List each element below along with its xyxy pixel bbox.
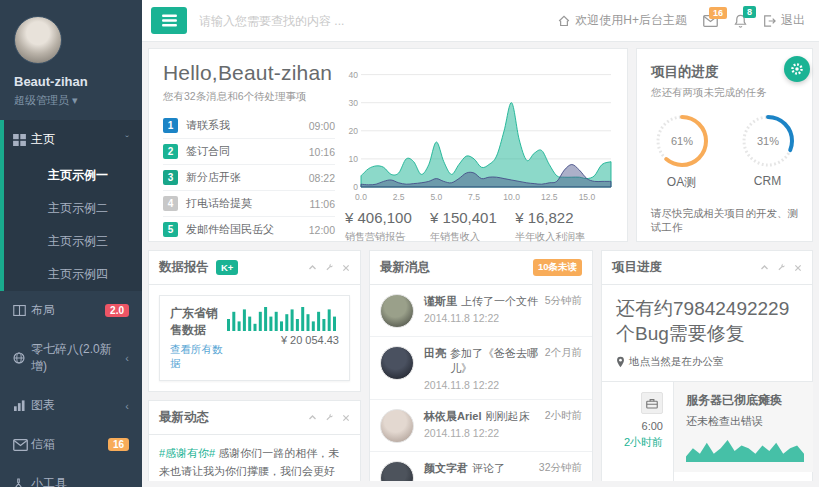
globe-icon: [13, 352, 31, 364]
timeline-item: 7:003小时前修复了0.5个bug重启服务: [602, 472, 812, 481]
sidebar-subitem-2[interactable]: 主页示例三: [4, 225, 142, 258]
task-item[interactable]: 4打电话给提莫11:06: [163, 191, 335, 217]
stat-block: ¥ 16,822半年收入利润率: [515, 209, 613, 244]
sidebar-item-1[interactable]: 布局2.0: [0, 291, 142, 330]
message-date: 2014.11.8 12:22: [424, 312, 582, 324]
feed-item: #感谢有你# 感谢你们一路的相伴，未来也请让我为你们撑腰，我们会更好 1分钟前: [159, 445, 350, 481]
task-time: 09:00: [309, 120, 335, 132]
message-item[interactable]: 颜文字君评论了32分钟前2014.11.8 12:22【九部令人拍案叫绝的惊悚悬…: [370, 452, 592, 481]
sign-out-icon: [763, 15, 776, 27]
donut-charts: 61%OA测31%CRM: [651, 112, 798, 191]
envelope-icon: [13, 439, 31, 451]
message-sender: 林依晨Ariel: [424, 409, 481, 424]
logout-button[interactable]: 退出: [763, 12, 805, 29]
location-line: 地点当然是在办公室: [616, 355, 798, 369]
task-label: 发邮件给国民岳父: [186, 222, 309, 237]
card-title: 最新动态: [159, 409, 209, 426]
avatar[interactable]: [14, 16, 62, 64]
card-title: 最新消息: [380, 259, 430, 276]
bar-chart-icon: [13, 400, 31, 411]
donut-label: CRM: [739, 174, 797, 188]
svg-text:20: 20: [349, 126, 359, 136]
message-date: 2014.11.8 12:22: [424, 427, 582, 439]
task-item[interactable]: 2签订合同10:16: [163, 139, 335, 165]
timeline-title: 服务器已彻底瘫痪: [686, 392, 804, 409]
message-sender: 田亮: [424, 346, 446, 376]
task-time: 10:16: [309, 146, 335, 158]
card-tools: [308, 413, 350, 422]
stat-label: 年销售收入: [430, 230, 515, 244]
wrench-icon[interactable]: [325, 413, 334, 422]
timeline-time: 6:00: [602, 420, 663, 432]
hashtag-link[interactable]: #感谢有你#: [159, 447, 215, 459]
task-item[interactable]: 3新分店开张08:22: [163, 165, 335, 191]
project-timeline-card: 项目进度 还有约79842492229个Bug需要修复 地点当然是在办公室 6:…: [601, 250, 813, 481]
message-body: 颜文字君评论了32分钟前2014.11.8 12:22【九部令人拍案叫绝的惊悚悬…: [424, 461, 582, 481]
svg-text:61%: 61%: [670, 135, 692, 147]
timeline-ago: 2小时前: [602, 435, 663, 450]
data-report-card: 数据报告 K+ 广东省销售数据 查看所有数据 ¥ 20 05: [148, 250, 361, 392]
svg-text:10: 10: [349, 154, 359, 164]
topbar-right: 欢迎使用H+后台主题 16 8 退出: [558, 12, 805, 29]
collapse-icon[interactable]: [308, 413, 317, 422]
wrench-icon[interactable]: [325, 263, 334, 272]
close-icon[interactable]: [794, 264, 802, 272]
chart-column: 0102030400.02.55.07.510.012.515.0 ¥ 406,…: [345, 61, 613, 229]
avatar: [380, 461, 414, 481]
sidebar-subitem-3[interactable]: 主页示例四: [4, 258, 142, 291]
close-icon[interactable]: [342, 264, 350, 272]
task-item[interactable]: 5发邮件给国民岳父12:00: [163, 217, 335, 242]
search-input[interactable]: [199, 14, 558, 28]
collapse-icon[interactable]: [760, 263, 769, 272]
column-1: 数据报告 K+ 广东省销售数据 查看所有数据 ¥ 20 05: [148, 250, 361, 481]
sidebar-subitem-1[interactable]: 主页示例二: [4, 192, 142, 225]
sidebar-subitem-0[interactable]: 主页示例一: [4, 159, 142, 192]
map-pin-icon: [616, 356, 625, 368]
message-item[interactable]: 田亮参加了《爸爸去哪儿》2个月前2014.11.8 12:22: [370, 337, 592, 400]
close-icon[interactable]: [342, 414, 350, 422]
bug-headline: 还有约79842492229个Bug需要修复: [616, 297, 798, 346]
sidebar-item-3[interactable]: 图表‹: [0, 386, 142, 425]
task-list: 1请联系我09:002签订合同10:163新分店开张08:224打电话给提莫11…: [163, 113, 335, 242]
gear-icon: [790, 62, 804, 76]
task-number-badge: 2: [163, 144, 178, 159]
message-ago: 2个月前: [539, 346, 582, 376]
task-item[interactable]: 1请联系我09:00: [163, 113, 335, 139]
message-body: 林依晨Ariel刚刚起床2小时前2014.11.8 12:22: [424, 409, 582, 443]
caret-down-icon: ▾: [72, 94, 78, 106]
sidebar-item-label: 图表: [31, 397, 125, 414]
user-role-dropdown[interactable]: 超级管理员 ▾: [14, 93, 128, 108]
sidebar-item-5[interactable]: 小工具: [0, 464, 142, 487]
message-item[interactable]: 林依晨Ariel刚刚起床2小时前2014.11.8 12:22: [370, 400, 592, 452]
th-icon: [13, 134, 31, 146]
menu-toggle-button[interactable]: [151, 7, 187, 34]
sidebar-item-4[interactable]: 信箱16: [0, 425, 142, 464]
message-list: 谨斯里上传了一个文件5分钟前2014.11.8 12:22田亮参加了《爸爸去哪儿…: [370, 285, 592, 481]
notifications-button[interactable]: 8: [734, 14, 747, 28]
report-figures: ¥ 20 054.43: [227, 305, 339, 371]
timeline-content: 服务器已彻底瘫痪还未检查出错误: [674, 382, 813, 472]
message-date: 2014.11.8 12:22: [424, 479, 582, 481]
view-all-data-link[interactable]: 查看所有数据: [170, 343, 227, 371]
panel-note: 请尽快完成相关项目的开发、测试工作: [651, 207, 798, 235]
collapse-icon[interactable]: [308, 263, 317, 272]
timeline: 6:002小时前服务器已彻底瘫痪还未检查出错误7:003小时前修复了0.5个bu…: [602, 381, 812, 481]
task-label: 请联系我: [186, 118, 309, 133]
columns-icon: [13, 305, 31, 316]
column-3: 项目进度 还有约79842492229个Bug需要修复 地点当然是在办公室 6:…: [601, 250, 813, 481]
card-badge: K+: [216, 260, 238, 275]
svg-text:15.0: 15.0: [579, 192, 596, 202]
side-nav: 主页ˇ主页示例一主页示例二主页示例三主页示例四布局2.0零七碎八(2.0新增)‹…: [0, 120, 142, 487]
column-2: 最新消息 10条未读 谨斯里上传了一个文件5分钟前2014.11.8 12:22…: [369, 250, 593, 481]
sidebar-item-2[interactable]: 零七碎八(2.0新增)‹: [0, 330, 142, 386]
sidebar-item-0[interactable]: 主页ˇ: [4, 120, 142, 159]
task-label: 签订合同: [186, 144, 309, 159]
messages-button[interactable]: 16: [703, 15, 718, 27]
card-header: 数据报告 K+: [149, 251, 360, 285]
page-title: Hello,Beaut-zihan: [163, 61, 335, 85]
sidebar-item-label: 主页: [31, 131, 125, 148]
message-item[interactable]: 谨斯里上传了一个文件5分钟前2014.11.8 12:22: [370, 285, 592, 337]
theme-settings-button[interactable]: [784, 56, 810, 82]
svg-text:40: 40: [349, 70, 359, 80]
wrench-icon[interactable]: [777, 263, 786, 272]
